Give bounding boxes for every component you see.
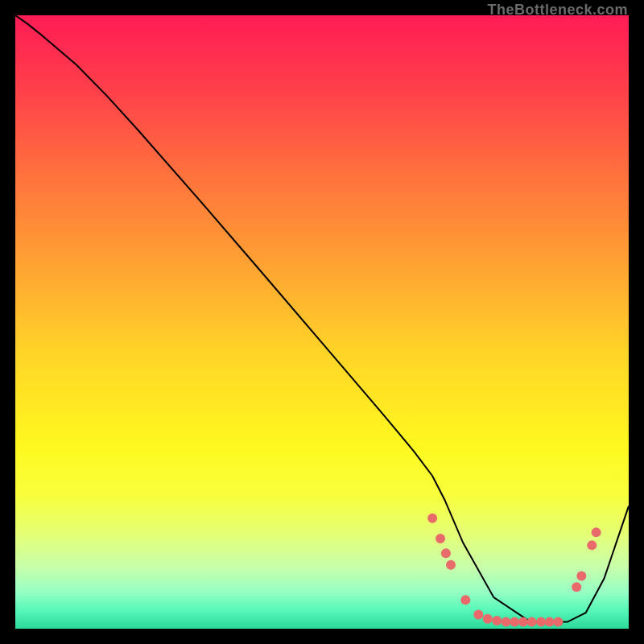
- data-marker: [536, 617, 546, 627]
- data-marker: [553, 617, 563, 627]
- data-marker: [518, 617, 528, 627]
- data-marker: [460, 595, 470, 605]
- data-marker: [576, 571, 586, 580]
- data-marker: [473, 609, 483, 619]
- data-marker: [572, 582, 581, 592]
- gradient-background: [15, 15, 629, 629]
- data-marker: [436, 534, 445, 543]
- data-marker: [446, 560, 456, 570]
- data-marker: [483, 614, 493, 624]
- bottleneck-chart: [15, 15, 629, 629]
- data-marker: [592, 527, 601, 537]
- data-marker: [510, 617, 519, 627]
- data-marker: [441, 548, 451, 558]
- data-marker: [587, 540, 597, 550]
- data-marker: [545, 617, 555, 627]
- data-marker: [502, 617, 511, 627]
- data-marker: [527, 617, 537, 627]
- data-marker: [427, 514, 437, 523]
- chart-stage: TheBottleneck.com: [0, 0, 644, 644]
- data-marker: [492, 616, 502, 625]
